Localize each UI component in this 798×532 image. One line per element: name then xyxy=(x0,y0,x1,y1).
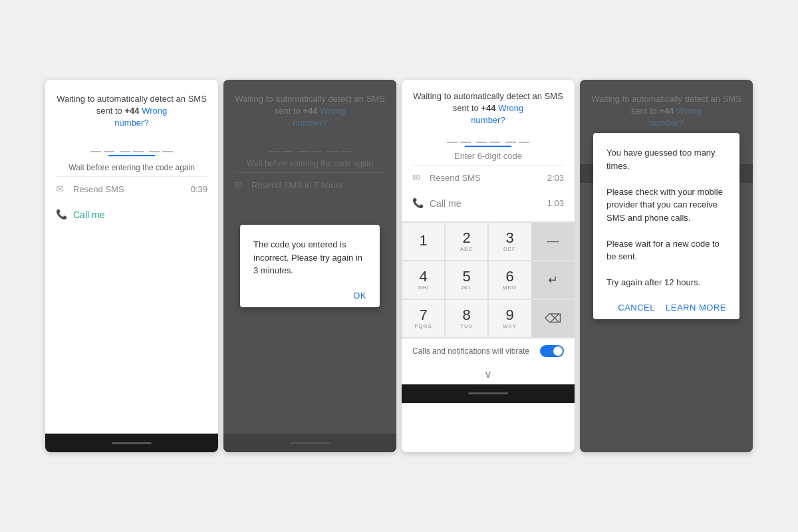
key-3[interactable]: 3DEF xyxy=(488,222,531,261)
screen3-number: +44 xyxy=(481,103,495,113)
screen3-number-link[interactable]: number? xyxy=(471,115,505,125)
screen1-resend-row[interactable]: ✉ Resend SMS 0:39 xyxy=(56,176,207,202)
screen1-call-row[interactable]: 📞 Call me xyxy=(56,202,207,227)
key-7-sub: PQRS xyxy=(414,323,432,329)
screen1-code-dashes xyxy=(56,144,207,152)
keypad-grid: 1 2ABC 3DEF — 4GHI 5JKL 6MNO ↵ 7PQRS 8TU… xyxy=(402,221,575,338)
screen1-call-label[interactable]: Call me xyxy=(73,209,104,220)
screen4-dialog-overlay: You have guessed too many times. Please … xyxy=(580,80,753,452)
return-icon: ↵ xyxy=(548,273,558,287)
screen1-header: Waiting to automatically detect an SMSse… xyxy=(56,93,207,130)
code-dash xyxy=(149,151,160,152)
screen1-bottom xyxy=(45,434,218,452)
screen3-resend-timer: 2:03 xyxy=(547,173,564,183)
screen4-dialog-actions: CANCEL LEARN MORE xyxy=(606,297,726,313)
screen1-content: Waiting to automatically detect an SMSse… xyxy=(45,80,218,434)
key-4[interactable]: 4GHI xyxy=(402,261,445,299)
screens-container: Waiting to automatically detect an SMSse… xyxy=(32,66,766,466)
code-dash xyxy=(489,142,500,143)
message-icon: ✉ xyxy=(56,184,68,196)
screen2-ok-button[interactable]: OK xyxy=(353,291,366,301)
screen4-learn-more-button[interactable]: LEARN MORE xyxy=(666,303,726,313)
key-backspace[interactable]: ⌫ xyxy=(531,299,575,338)
screen1-resend-label: Resend SMS xyxy=(73,184,186,194)
screen3-top: Waiting to automatically detect an SMSse… xyxy=(402,80,575,221)
screen3: Waiting to automatically detect an SMSse… xyxy=(402,80,575,452)
code-dash xyxy=(90,151,101,152)
key-3-sub: DEF xyxy=(503,246,516,252)
screen3-call-label: Call me xyxy=(430,198,461,209)
screen1-underline xyxy=(108,155,155,156)
key-2-sub: ABC xyxy=(460,246,473,252)
code-dash xyxy=(460,142,471,143)
key-dash[interactable]: — xyxy=(531,222,575,261)
code-group-1 xyxy=(90,144,114,152)
phone-icon: 📞 xyxy=(56,209,68,221)
code-dash xyxy=(505,142,516,143)
code-group-2 xyxy=(120,144,144,152)
code-dash xyxy=(476,142,487,143)
key-4-main: 4 xyxy=(419,269,427,284)
key-1-main: 1 xyxy=(419,233,427,248)
vibrate-toggle[interactable] xyxy=(540,345,564,357)
screen1-wrong[interactable]: Wrong xyxy=(142,106,167,116)
screen2-dialog-overlay: The code you entered is incorrect. Pleas… xyxy=(223,80,396,452)
screen1-number-link[interactable]: number? xyxy=(114,118,148,128)
key-5-main: 5 xyxy=(462,269,470,284)
code-dash xyxy=(133,151,144,152)
screen1-header-text: Waiting to automatically detect an SMSse… xyxy=(57,94,207,116)
screen2-dialog: The code you entered is incorrect. Pleas… xyxy=(240,225,380,307)
key-9-sub: WXY xyxy=(503,323,517,329)
phone-icon: 📞 xyxy=(412,198,424,209)
screen3-enter-code: Enter 6-digit code xyxy=(412,151,564,161)
key-return[interactable]: ↵ xyxy=(531,261,575,299)
screen4-cancel-button[interactable]: CANCEL xyxy=(618,303,655,313)
screen1-resend-timer: 0:39 xyxy=(191,184,207,194)
key-5-sub: JKL xyxy=(461,285,472,291)
key-9-main: 9 xyxy=(505,308,513,323)
key-8-main: 8 xyxy=(462,308,470,323)
screen1-wait-text: Wait before entering the code again xyxy=(56,163,207,172)
key-8[interactable]: 8TUV xyxy=(445,299,488,338)
screen3-call-row[interactable]: 📞 Call me 1:03 xyxy=(412,191,564,216)
screen3-code-dashes xyxy=(412,135,564,143)
code-dash xyxy=(162,151,173,152)
key-2[interactable]: 2ABC xyxy=(445,222,488,261)
key-6[interactable]: 6MNO xyxy=(488,261,531,299)
vibrate-text: Calls and notifications will vibrate xyxy=(412,346,529,356)
code-group-2 xyxy=(476,135,500,143)
chevron-row[interactable]: ∨ xyxy=(402,364,575,384)
screen3-wrong[interactable]: Wrong xyxy=(498,103,523,113)
key-3-main: 3 xyxy=(505,231,513,245)
vibrate-bar: Calls and notifications will vibrate xyxy=(402,338,575,364)
screen1: Waiting to automatically detect an SMSse… xyxy=(45,80,218,452)
screen2: Waiting to automatically detect an SMSse… xyxy=(223,80,396,452)
key-6-main: 6 xyxy=(505,269,513,284)
code-dash xyxy=(104,151,114,152)
screen3-bottom xyxy=(402,384,575,403)
screen3-resend-row[interactable]: ✉ Resend SMS 2:03 xyxy=(412,165,564,191)
key-8-sub: TUV xyxy=(460,323,473,329)
screen2-dialog-actions: OK xyxy=(253,285,366,301)
code-group-1 xyxy=(447,135,471,143)
code-dash xyxy=(519,142,529,143)
key-1[interactable]: 1 xyxy=(402,222,445,261)
message-icon: ✉ xyxy=(412,172,424,184)
home-indicator xyxy=(468,392,508,394)
code-group-3 xyxy=(149,144,173,152)
dash-icon: — xyxy=(547,234,559,248)
backspace-icon: ⌫ xyxy=(545,311,561,326)
code-dash xyxy=(447,142,458,143)
screen1-number: +44 xyxy=(124,106,139,116)
screen2-dialog-message: The code you entered is incorrect. Pleas… xyxy=(253,238,366,277)
key-2-main: 2 xyxy=(462,231,470,245)
key-9[interactable]: 9WXY xyxy=(488,299,531,338)
key-5[interactable]: 5JKL xyxy=(445,261,488,299)
chevron-down-icon: ∨ xyxy=(484,368,492,380)
key-7-main: 7 xyxy=(419,308,427,323)
screen4-dialog-message: You have guessed too many times. Please … xyxy=(606,146,726,289)
key-7[interactable]: 7PQRS xyxy=(402,299,445,338)
screen4-dialog: You have guessed too many times. Please … xyxy=(593,133,739,319)
screen3-underline xyxy=(465,146,511,147)
screen4: Waiting to automatically detect an SMSse… xyxy=(580,80,753,452)
